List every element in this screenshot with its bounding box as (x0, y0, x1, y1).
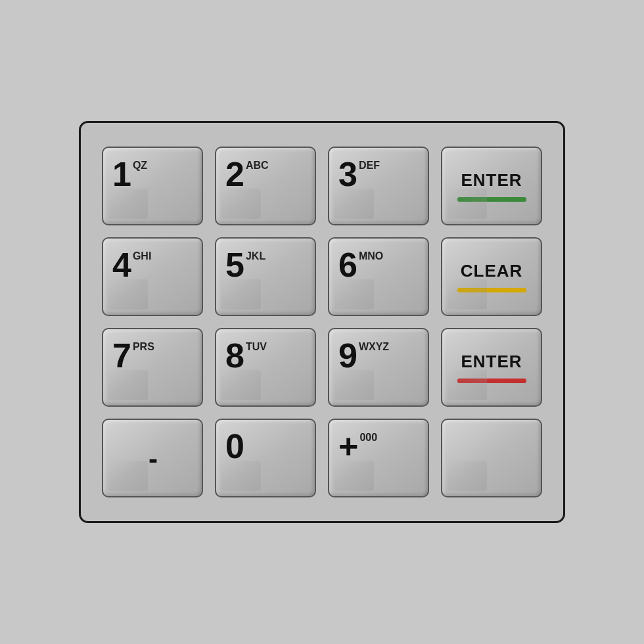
key-1-digit: 1 (112, 157, 131, 191)
key-5[interactable]: 5JKL (215, 237, 316, 316)
key-enter-top-label: ENTER (461, 170, 522, 191)
key-6-digit: 6 (338, 248, 357, 282)
key-blank[interactable] (441, 419, 542, 497)
key-4-digit: 4 (112, 248, 131, 282)
key-clear-label: CLEAR (461, 261, 523, 281)
key-6-letters: MNO (359, 250, 383, 262)
key-enter-bottom-label: ENTER (461, 352, 522, 372)
key-enter-top-stripe (457, 197, 526, 202)
key-4[interactable]: 4GHI (102, 237, 203, 316)
key-4-letters: GHI (133, 250, 151, 262)
key-8-letters: TUV (246, 341, 267, 353)
key-3-digit: 3 (338, 157, 357, 191)
key-2-digit: 2 (225, 157, 244, 191)
key-plus-letters: 000 (359, 432, 377, 444)
key-7-letters: PRS (133, 341, 154, 353)
key-dash-symbol: - (149, 446, 158, 473)
key-6[interactable]: 6MNO (328, 237, 429, 316)
key-3[interactable]: 3DEF (328, 147, 429, 225)
keypad-panel: 1QZ2ABC3DEFENTER4GHI5JKL6MNOCLEAR7PRS8TU… (79, 121, 565, 523)
key-3-letters: DEF (359, 160, 380, 172)
key-plus[interactable]: +000 (328, 419, 429, 497)
key-clear[interactable]: CLEAR (441, 237, 542, 316)
key-clear-stripe (457, 288, 526, 292)
key-8-digit: 8 (225, 338, 244, 373)
key-5-letters: JKL (246, 250, 265, 262)
key-7-digit: 7 (112, 338, 131, 373)
key-plus-digit: + (338, 429, 357, 463)
key-9-letters: WXYZ (359, 341, 389, 353)
key-2-letters: ABC (246, 160, 269, 172)
key-1[interactable]: 1QZ (102, 147, 203, 225)
key-2[interactable]: 2ABC (215, 147, 316, 225)
key-enter-bottom[interactable]: ENTER (441, 328, 542, 407)
key-5-digit: 5 (225, 248, 244, 282)
key-1-letters: QZ (133, 160, 147, 172)
key-8[interactable]: 8TUV (215, 328, 316, 407)
key-9[interactable]: 9WXYZ (328, 328, 429, 407)
key-7[interactable]: 7PRS (102, 328, 203, 407)
key-0[interactable]: 0 (215, 419, 316, 497)
key-9-digit: 9 (338, 338, 357, 373)
key-dash[interactable]: - (102, 419, 203, 497)
key-0-digit: 0 (225, 429, 244, 463)
key-enter-bottom-stripe (457, 379, 526, 383)
key-enter-top[interactable]: ENTER (441, 147, 542, 225)
